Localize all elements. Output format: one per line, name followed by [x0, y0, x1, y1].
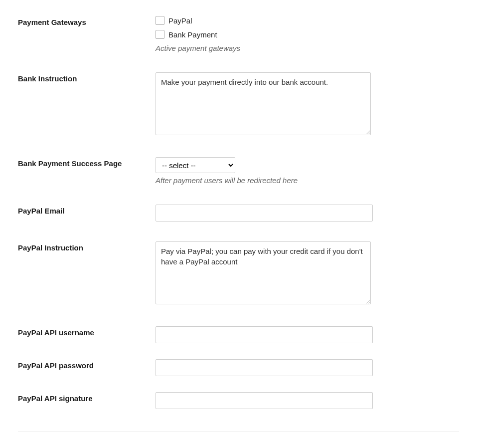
bank-success-page-description: After payment users will be redirected h… — [156, 176, 375, 185]
bank-success-page-label: Bank Payment Success Page — [18, 159, 122, 168]
label-col: PayPal API signature — [18, 392, 156, 403]
paypal-api-username-input[interactable] — [156, 326, 373, 343]
bank-instruction-label: Bank Instruction — [18, 74, 77, 83]
paypal-api-password-input[interactable] — [156, 359, 373, 376]
label-col: Bank Payment Success Page — [18, 157, 156, 168]
paypal-api-username-label: PayPal API username — [18, 328, 94, 337]
bank-payment-checkbox[interactable] — [156, 30, 164, 39]
field-col: Pay via PayPal; you can pay with your cr… — [156, 241, 375, 306]
paypal-api-password-label: PayPal API password — [18, 361, 94, 370]
field-col: -- select -- After payment users will be… — [156, 157, 375, 185]
bank-checkbox-label: Bank Payment — [168, 30, 217, 39]
label-col: PayPal Instruction — [18, 241, 156, 252]
paypal-checkbox-label: PayPal — [168, 16, 192, 25]
field-col — [156, 392, 375, 409]
checkbox-row-paypal: PayPal — [156, 16, 375, 25]
paypal-email-label: PayPal Email — [18, 207, 64, 215]
row-paypal-instruction: PayPal Instruction Pay via PayPal; you c… — [18, 227, 459, 312]
bank-success-page-select[interactable]: -- select -- — [156, 157, 235, 173]
row-bank-success-page: Bank Payment Success Page -- select -- A… — [18, 143, 459, 191]
field-col — [156, 359, 375, 376]
row-paypal-api-username: PayPal API username — [18, 312, 459, 349]
checkbox-row-bank: Bank Payment — [156, 30, 375, 39]
field-col: Make your payment directly into our bank… — [156, 72, 375, 137]
payment-gateways-description: Active payment gateways — [156, 44, 375, 52]
row-payment-gateways: Payment Gateways PayPal Bank Payment Act… — [18, 10, 459, 58]
field-col: PayPal Bank Payment Active payment gatew… — [156, 16, 375, 52]
label-col: PayPal Email — [18, 205, 156, 216]
field-col — [156, 205, 375, 222]
paypal-instruction-textarea[interactable]: Pay via PayPal; you can pay with your cr… — [156, 241, 371, 304]
paypal-instruction-label: PayPal Instruction — [18, 243, 83, 252]
row-paypal-api-password: PayPal API password — [18, 349, 459, 382]
bank-instruction-textarea[interactable]: Make your payment directly into our bank… — [156, 72, 371, 135]
paypal-api-signature-label: PayPal API signature — [18, 394, 93, 403]
section-divider — [18, 431, 459, 432]
paypal-email-input[interactable] — [156, 205, 373, 222]
row-paypal-email: PayPal Email — [18, 191, 459, 227]
paypal-api-signature-input[interactable] — [156, 392, 373, 409]
label-col: Bank Instruction — [18, 72, 156, 83]
label-col: PayPal API username — [18, 326, 156, 337]
row-bank-instruction: Bank Instruction Make your payment direc… — [18, 58, 459, 143]
row-paypal-api-signature: PayPal API signature — [18, 382, 459, 415]
paypal-checkbox[interactable] — [156, 16, 164, 25]
label-col: Payment Gateways — [18, 16, 156, 27]
field-col — [156, 326, 375, 343]
label-col: PayPal API password — [18, 359, 156, 370]
payment-gateways-label: Payment Gateways — [18, 18, 86, 26]
